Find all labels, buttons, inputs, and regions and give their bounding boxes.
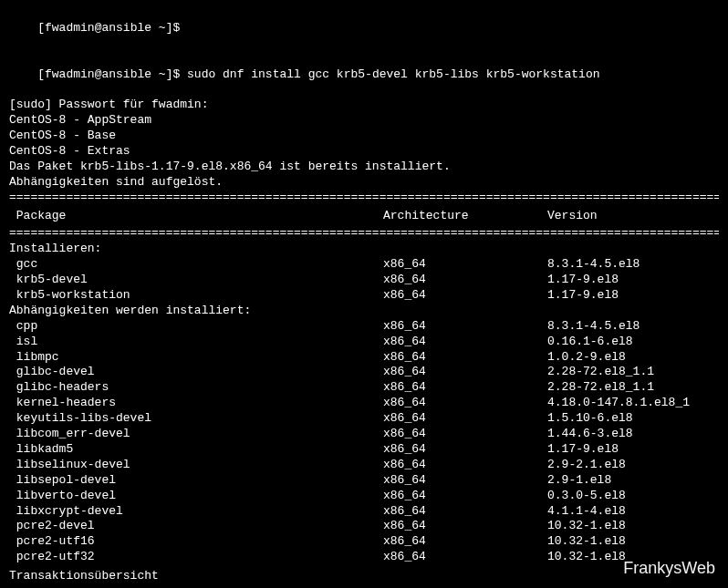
- package-version: 2.28-72.el8_1.1: [547, 365, 719, 380]
- package-version: 0.3.0-5.el8: [547, 489, 719, 504]
- package-version: 1.17-9.el8: [547, 442, 719, 458]
- package-arch: x86_64: [383, 473, 547, 489]
- package-row: islx86_640.16.1-6.el8: [9, 335, 719, 350]
- deps-resolved-msg: Abhängigkeiten sind aufgelöst.: [9, 175, 719, 191]
- package-version: 1.17-9.el8: [547, 273, 719, 288]
- transaction-summary-header: Transaktionsübersicht: [9, 569, 719, 584]
- package-arch: x86_64: [383, 427, 547, 442]
- package-name: cpp: [9, 319, 383, 335]
- package-row: libmpcx86_641.0.2-9.el8: [9, 350, 719, 366]
- command-text: sudo dnf install gcc krb5-devel krb5-lib…: [187, 67, 599, 81]
- package-version: 4.18.0-147.8.1.el8_1: [547, 396, 719, 411]
- package-arch: x86_64: [383, 396, 547, 411]
- package-name: glibc-headers: [9, 380, 383, 396]
- repo-line: CentOS-8 - Base: [9, 129, 719, 144]
- package-arch: x86_64: [383, 411, 547, 427]
- package-row: glibc-headersx86_642.28-72.el8_1.1: [9, 380, 719, 396]
- package-arch: x86_64: [383, 335, 547, 350]
- package-row: glibc-develx86_642.28-72.el8_1.1: [9, 365, 719, 380]
- package-name: kernel-headers: [9, 396, 383, 411]
- package-version: 10.32-1.el8: [547, 534, 719, 550]
- package-version: 1.44.6-3.el8: [547, 427, 719, 442]
- package-name: libselinux-devel: [9, 458, 383, 473]
- package-name: libcom_err-devel: [9, 427, 383, 442]
- divider-line: ========================================…: [9, 226, 719, 242]
- sudo-password-prompt: [sudo] Passwort für fwadmin:: [9, 98, 719, 113]
- prompt-line-idle: [fwadmin@ansible ~]$: [9, 5, 719, 52]
- package-name: libsepol-devel: [9, 473, 383, 489]
- header-package: Package: [9, 209, 383, 224]
- package-version: 8.3.1-4.5.el8: [547, 319, 719, 335]
- package-arch: x86_64: [383, 504, 547, 520]
- table-header-row: Package Architecture Version: [9, 206, 719, 227]
- package-name: keyutils-libs-devel: [9, 411, 383, 427]
- package-version: 1.5.10-6.el8: [547, 411, 719, 427]
- package-version: 1.17-9.el8: [547, 288, 719, 304]
- package-name: pcre2-utf32: [9, 550, 383, 565]
- package-row: libselinux-develx86_642.9-2.1.el8: [9, 458, 719, 473]
- package-version: 8.3.1-4.5.el8: [547, 257, 719, 273]
- package-name: pcre2-devel: [9, 519, 383, 534]
- package-version: 1.0.2-9.el8: [547, 350, 719, 366]
- package-name: isl: [9, 335, 383, 350]
- divider-line: ========================================…: [9, 584, 719, 588]
- package-row: pcre2-utf32x86_6410.32-1.el8: [9, 550, 719, 565]
- package-row: libcom_err-develx86_641.44.6-3.el8: [9, 427, 719, 442]
- package-name: libmpc: [9, 350, 383, 366]
- package-version: 4.1.1-4.el8: [547, 504, 719, 520]
- package-row: cppx86_648.3.1-4.5.el8: [9, 319, 719, 335]
- package-row: krb5-develx86_641.17-9.el8: [9, 273, 719, 288]
- header-architecture: Architecture: [383, 209, 547, 224]
- package-row: libxcrypt-develx86_644.1.1-4.el8: [9, 504, 719, 520]
- package-arch: x86_64: [383, 288, 547, 304]
- package-name: gcc: [9, 257, 383, 273]
- package-name: libkadm5: [9, 442, 383, 458]
- package-version: 2.9-1.el8: [547, 473, 719, 489]
- package-version: 10.32-1.el8: [547, 519, 719, 534]
- package-name: krb5-devel: [9, 273, 383, 288]
- package-row: libverto-develx86_640.3.0-5.el8: [9, 489, 719, 504]
- package-name: libxcrypt-devel: [9, 504, 383, 520]
- install-package-list: gccx86_648.3.1-4.5.el8 krb5-develx86_641…: [9, 257, 719, 304]
- package-version: 0.16.1-6.el8: [547, 335, 719, 350]
- header-version: Version: [547, 209, 719, 224]
- package-row: krb5-workstationx86_641.17-9.el8: [9, 288, 719, 304]
- package-row: pcre2-utf16x86_6410.32-1.el8: [9, 534, 719, 550]
- package-arch: x86_64: [383, 350, 547, 366]
- package-row: pcre2-develx86_6410.32-1.el8: [9, 519, 719, 534]
- prompt-text: [fwadmin@ansible ~]$: [37, 21, 180, 35]
- package-name: krb5-workstation: [9, 288, 383, 304]
- package-arch: x86_64: [383, 458, 547, 473]
- package-arch: x86_64: [383, 550, 547, 565]
- package-name: libverto-devel: [9, 489, 383, 504]
- package-arch: x86_64: [383, 319, 547, 335]
- package-arch: x86_64: [383, 534, 547, 550]
- package-row: keyutils-libs-develx86_641.5.10-6.el8: [9, 411, 719, 427]
- package-row: gccx86_648.3.1-4.5.el8: [9, 257, 719, 273]
- dependency-package-list: cppx86_648.3.1-4.5.el8 islx86_640.16.1-6…: [9, 319, 719, 565]
- divider-line: ========================================…: [9, 191, 719, 206]
- package-name: glibc-devel: [9, 365, 383, 380]
- package-arch: x86_64: [383, 257, 547, 273]
- terminal-output: [fwadmin@ansible ~]$ [fwadmin@ansible ~]…: [9, 5, 719, 588]
- package-arch: x86_64: [383, 442, 547, 458]
- watermark-label: FrankysWeb: [623, 558, 715, 579]
- package-arch: x86_64: [383, 489, 547, 504]
- package-name: pcre2-utf16: [9, 534, 383, 550]
- package-row: libsepol-develx86_642.9-1.el8: [9, 473, 719, 489]
- prompt-text: [fwadmin@ansible ~]$: [37, 67, 187, 81]
- already-installed-msg: Das Paket krb5-libs-1.17-9.el8.x86_64 is…: [9, 160, 719, 175]
- package-arch: x86_64: [383, 273, 547, 288]
- package-arch: x86_64: [383, 519, 547, 534]
- package-row: libkadm5x86_641.17-9.el8: [9, 442, 719, 458]
- prompt-line-command: [fwadmin@ansible ~]$ sudo dnf install gc…: [9, 52, 719, 98]
- package-version: 2.28-72.el8_1.1: [547, 380, 719, 396]
- package-arch: x86_64: [383, 380, 547, 396]
- repo-line: CentOS-8 - AppStream: [9, 113, 719, 129]
- package-row: kernel-headersx86_644.18.0-147.8.1.el8_1: [9, 396, 719, 411]
- package-arch: x86_64: [383, 365, 547, 380]
- install-section-header: Installieren:: [9, 242, 719, 257]
- deps-section-header: Abhängigkeiten werden installiert:: [9, 304, 719, 319]
- package-version: 2.9-2.1.el8: [547, 458, 719, 473]
- repo-line: CentOS-8 - Extras: [9, 144, 719, 160]
